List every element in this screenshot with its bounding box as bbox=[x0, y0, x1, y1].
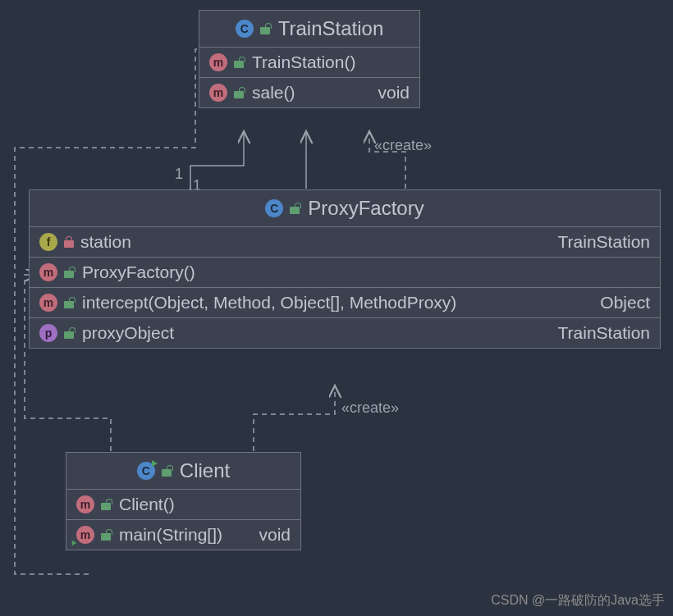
method-icon: m bbox=[76, 495, 94, 513]
visibility-icon bbox=[64, 327, 76, 339]
method-row: m intercept(Object, Method, Object[], Me… bbox=[30, 287, 660, 317]
field-name: station bbox=[80, 232, 131, 252]
multiplicity-1: 1 bbox=[175, 166, 183, 183]
return-type: void bbox=[364, 83, 410, 103]
run-icon bbox=[152, 460, 158, 467]
property-type: TrainStation bbox=[545, 323, 650, 343]
class-name: ProxyFactory bbox=[308, 197, 423, 220]
watermark: CSDN @一路破防的Java选手 bbox=[491, 592, 665, 609]
class-name: TrainStation bbox=[278, 17, 384, 40]
class-header: C Client bbox=[66, 453, 300, 489]
create-label-1: «create» bbox=[374, 137, 432, 154]
return-type: void bbox=[245, 525, 291, 545]
property-name: proxyObject bbox=[82, 323, 174, 343]
class-header: C TrainStation bbox=[199, 11, 419, 47]
property-icon: p bbox=[39, 324, 57, 342]
method-icon: m bbox=[39, 294, 57, 312]
field-row: f station TrainStation bbox=[30, 226, 660, 257]
class-icon: C bbox=[236, 20, 254, 38]
visibility-icon bbox=[64, 267, 76, 278]
class-trainstation: C TrainStation m TrainStation() m sale()… bbox=[199, 10, 420, 108]
constructor-row: m Client() bbox=[66, 489, 300, 519]
method-name: main(String[]) bbox=[119, 525, 222, 545]
visibility-icon bbox=[162, 465, 173, 477]
class-client: C Client m Client() m main(String[]) voi… bbox=[66, 452, 301, 550]
method-icon: m bbox=[39, 263, 57, 281]
method-row: m sale() void bbox=[199, 77, 419, 107]
method-name: sale() bbox=[252, 83, 295, 103]
constructor-name: ProxyFactory() bbox=[82, 262, 195, 282]
visibility-icon bbox=[290, 203, 301, 214]
property-row: p proxyObject TrainStation bbox=[30, 317, 660, 348]
class-header: C ProxyFactory bbox=[30, 190, 660, 226]
visibility-icon bbox=[234, 87, 245, 98]
visibility-icon bbox=[260, 23, 272, 34]
field-type: TrainStation bbox=[545, 232, 650, 252]
constructor-name: Client() bbox=[119, 495, 175, 514]
method-icon: m bbox=[76, 526, 94, 544]
visibility-icon bbox=[64, 297, 76, 308]
method-name: intercept(Object, Method, Object[], Meth… bbox=[82, 293, 456, 313]
constructor-row: m ProxyFactory() bbox=[30, 257, 660, 287]
visibility-icon bbox=[101, 499, 112, 510]
visibility-icon bbox=[101, 529, 112, 541]
method-icon: m bbox=[209, 53, 227, 71]
class-icon: C bbox=[265, 199, 283, 217]
class-name: Client bbox=[180, 459, 230, 482]
constructor-row: m TrainStation() bbox=[199, 47, 419, 77]
return-type: Object bbox=[587, 293, 650, 313]
create-label-2: «create» bbox=[341, 399, 399, 417]
method-row: m main(String[]) void bbox=[66, 519, 300, 550]
method-icon: m bbox=[209, 84, 227, 102]
visibility-icon bbox=[64, 236, 74, 248]
field-icon: f bbox=[39, 233, 57, 251]
class-proxyfactory: C ProxyFactory f station TrainStation m … bbox=[29, 189, 661, 349]
run-icon bbox=[72, 541, 77, 545]
constructor-name: TrainStation() bbox=[252, 52, 355, 72]
visibility-icon bbox=[234, 57, 245, 68]
